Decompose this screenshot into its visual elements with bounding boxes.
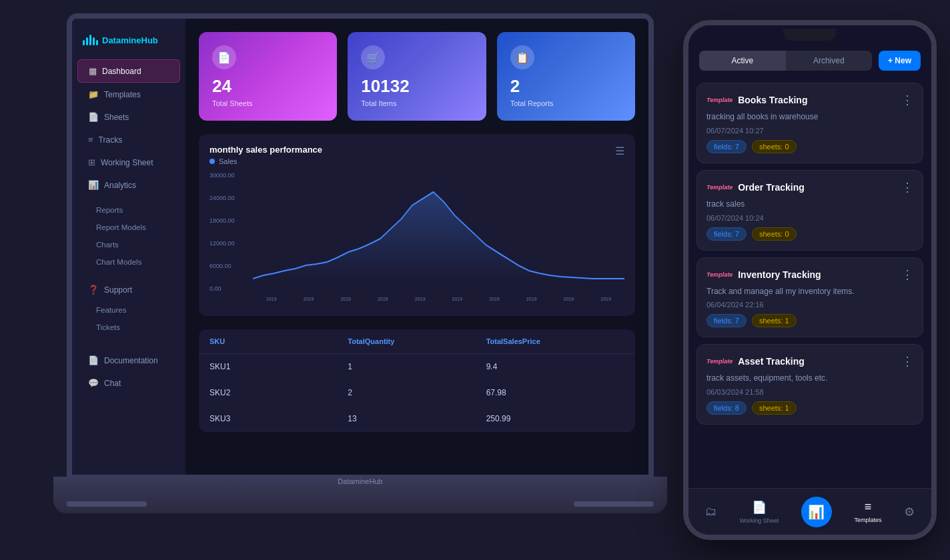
template-card-books: Template Books Tracking ⋮ tracking all b… <box>696 83 923 163</box>
sidebar-item-support[interactable]: ❓ Support <box>77 279 180 301</box>
features-label: Features <box>96 306 126 314</box>
tickets-label: Tickets <box>96 323 120 331</box>
sidebar-item-analytics[interactable]: 📊 Analytics <box>77 174 180 196</box>
template-menu-button[interactable]: ⋮ <box>901 354 913 369</box>
y-label-2: 6000.00 <box>209 263 250 269</box>
cell-sku-3: SKU3 <box>209 414 348 423</box>
chat-label: Chat <box>104 379 121 388</box>
sheets-tag: sheets: 1 <box>752 401 797 415</box>
sidebar-item-reports[interactable]: Reports <box>72 201 185 219</box>
phone-tab-group: Active Archived <box>699 51 872 71</box>
new-button[interactable]: + New <box>879 51 921 71</box>
support-label: Support <box>104 285 132 295</box>
phone-container: Active Archived + New Template Books Tra… <box>683 20 937 540</box>
tab-active[interactable]: Active <box>699 51 786 71</box>
template-menu-button[interactable]: ⋮ <box>901 180 913 195</box>
templates-nav-icon: ≡ <box>865 500 872 514</box>
cell-price-3: 250.99 <box>486 414 624 423</box>
sidebar-item-features[interactable]: Features <box>72 301 185 319</box>
sheets-stat-number: 24 <box>212 76 324 97</box>
template-card-header: Template Inventory Tracking ⋮ <box>706 267 913 282</box>
template-name: Inventory Tracking <box>738 269 821 280</box>
cell-qty-2: 2 <box>348 388 486 397</box>
template-menu-button[interactable]: ⋮ <box>901 267 913 282</box>
sidebar-nav: ▦ Dashboard 📁 Templates 📄 Sheets ≡ Track… <box>72 59 185 464</box>
fields-tag: fields: 7 <box>706 314 747 327</box>
sidebar-item-label: Templates <box>104 90 141 99</box>
template-badge: Template <box>706 97 733 103</box>
table-row: SKU3 13 250.99 <box>199 406 635 432</box>
templates-icon: 📁 <box>88 89 99 99</box>
files-icon: 🗂 <box>705 505 717 519</box>
sidebar: DatamineHub ▦ Dashboard 📁 Templates 📄 Sh… <box>72 19 185 475</box>
legend-dot <box>209 159 215 164</box>
sidebar-item-chat[interactable]: 💬 Chat <box>77 372 180 394</box>
sidebar-item-charts[interactable]: Charts <box>72 236 185 253</box>
sidebar-item-documentation[interactable]: 📄 Documentation <box>77 349 180 371</box>
items-stat-number: 10132 <box>361 76 472 97</box>
chart-models-label: Chart Models <box>96 258 141 266</box>
fields-tag: fields: 7 <box>706 140 747 153</box>
phone-header: Active Archived + New <box>688 44 931 77</box>
phone-inner: Active Archived + New Template Books Tra… <box>688 25 931 535</box>
sidebar-item-label: Tracks <box>99 135 123 145</box>
template-date: 06/04/2024 22:16 <box>706 301 913 309</box>
logo: DatamineHub <box>72 29 185 59</box>
bottom-nav-settings[interactable]: ⚙ <box>904 505 915 519</box>
phone-notch <box>783 29 837 41</box>
report-models-label: Report Models <box>96 223 146 231</box>
working-sheet-icon: ⊞ <box>88 157 95 167</box>
cell-price-2: 67.98 <box>486 388 624 397</box>
bottom-nav-files[interactable]: 🗂 <box>705 505 717 519</box>
template-desc: Track and manage all my inventory items. <box>706 286 913 297</box>
fields-tag: fields: 7 <box>706 227 747 241</box>
sidebar-item-templates[interactable]: 📁 Templates <box>77 83 180 105</box>
sidebar-item-label: Dashboard <box>102 67 141 76</box>
phone-status-bar <box>688 25 931 44</box>
sidebar-item-dashboard[interactable]: ▦ Dashboard <box>77 59 180 83</box>
tracks-icon: ≡ <box>88 135 93 145</box>
charts-label: Charts <box>96 241 119 249</box>
chart-legend: Sales <box>209 157 624 165</box>
sidebar-item-sheets[interactable]: 📄 Sheets <box>77 106 180 128</box>
sidebar-item-label: Working Sheet <box>101 158 153 167</box>
sheets-tag: sheets: 0 <box>752 227 797 241</box>
laptop-foot-right <box>574 501 654 507</box>
documentation-icon: 📄 <box>88 355 99 365</box>
reports-label: Reports <box>96 206 123 214</box>
sheets-tag: sheets: 0 <box>752 140 797 153</box>
chart-svg <box>253 172 624 292</box>
template-tags: fields: 7 sheets: 0 <box>706 140 913 153</box>
sidebar-item-chart-models[interactable]: Chart Models <box>72 253 185 271</box>
title-row: Template Inventory Tracking <box>706 269 821 280</box>
laptop-label: DatamineHub <box>338 477 382 485</box>
template-menu-button[interactable]: ⋮ <box>901 93 913 107</box>
logo-icon <box>83 35 98 45</box>
reports-stat-label: Total Reports <box>510 99 622 107</box>
template-badge: Template <box>706 358 733 365</box>
chart-menu-icon[interactable]: ☰ <box>615 145 624 157</box>
y-label-4: 18000.00 <box>209 217 250 224</box>
tab-archived[interactable]: Archived <box>786 51 872 71</box>
bottom-nav-working-sheet[interactable]: 📄 Working Sheet <box>739 500 779 524</box>
bottom-nav-datamine[interactable]: 📊 <box>801 497 832 527</box>
sidebar-item-tickets[interactable]: Tickets <box>72 319 185 336</box>
data-table: SKU TotalQuantity TotalSalesPrice SKU1 1… <box>199 329 635 432</box>
chart-y-labels: 30000.00 24000.00 18000.00 12000.00 6000… <box>209 172 250 292</box>
sidebar-item-report-models[interactable]: Report Models <box>72 219 185 236</box>
items-stat-label: Total Items <box>361 99 472 107</box>
template-name: Asset Tracking <box>738 356 805 367</box>
cell-sku-1: SKU1 <box>209 362 348 371</box>
sidebar-item-working-sheet[interactable]: ⊞ Working Sheet <box>77 151 180 173</box>
bottom-nav-templates[interactable]: ≡ Templates <box>855 500 882 523</box>
template-name: Books Tracking <box>738 95 807 105</box>
sheets-icon: 📄 <box>88 112 99 122</box>
col-header-price: TotalSalesPrice <box>486 337 624 345</box>
laptop-foot-left <box>67 501 147 507</box>
laptop-base: DatamineHub <box>53 477 667 513</box>
sidebar-item-tracks[interactable]: ≡ Tracks <box>77 129 180 151</box>
stat-card-reports: 📋 2 Total Reports <box>497 32 635 121</box>
chart-title: monthly sales performance <box>209 145 624 155</box>
template-desc: track sales <box>706 199 913 210</box>
dashboard-icon: ▦ <box>89 66 97 76</box>
